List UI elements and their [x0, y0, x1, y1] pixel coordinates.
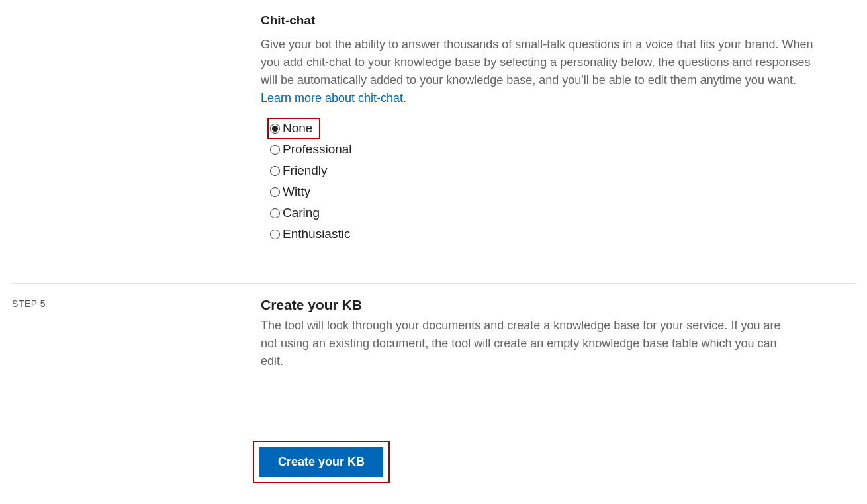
- radio-icon: [270, 166, 280, 176]
- radio-label: Caring: [283, 206, 320, 220]
- radio-icon: [270, 124, 280, 134]
- radio-professional[interactable]: Professional: [267, 139, 829, 160]
- chitchat-description: Give your bot the ability to answer thou…: [261, 36, 829, 107]
- radio-label: None: [283, 121, 312, 136]
- radio-icon: [270, 230, 280, 239]
- create-kb-button[interactable]: Create your KB: [259, 447, 383, 477]
- step-label-col: STEP 5: [12, 284, 261, 504]
- step-chitchat-section: Chit-chat Give your bot the ability to a…: [0, 0, 867, 271]
- radio-icon: [270, 208, 280, 218]
- radio-witty[interactable]: Witty: [267, 181, 829, 202]
- radio-icon: [270, 187, 280, 197]
- radio-friendly[interactable]: Friendly: [267, 160, 829, 181]
- learn-more-link[interactable]: Learn more about chit-chat.: [261, 91, 406, 105]
- step-label-col: [12, 0, 261, 271]
- radio-icon: [270, 145, 280, 155]
- step-content-col: Chit-chat Give your bot the ability to a…: [261, 0, 855, 271]
- step5-title: Create your KB: [261, 297, 829, 313]
- step-content-col: Create your KB The tool will look throug…: [261, 284, 855, 504]
- radio-caring[interactable]: Caring: [267, 202, 829, 224]
- step5-label: STEP 5: [12, 298, 261, 309]
- radio-none[interactable]: None: [267, 118, 320, 139]
- chitchat-title: Chit-chat: [261, 13, 829, 28]
- radio-label: Professional: [283, 142, 352, 157]
- step5-section: STEP 5 Create your KB The tool will look…: [0, 284, 867, 504]
- radio-label: Enthusiastic: [283, 227, 350, 241]
- radio-enthusiastic[interactable]: Enthusiastic: [267, 224, 829, 245]
- create-kb-highlight: Create your KB: [253, 441, 390, 483]
- radio-label: Friendly: [283, 163, 328, 178]
- step5-description: The tool will look through your document…: [261, 317, 784, 370]
- radio-label: Witty: [283, 185, 310, 199]
- chitchat-description-text: Give your bot the ability to answer thou…: [261, 38, 813, 87]
- personality-radio-group: None Professional Friendly Witty Caring: [267, 118, 829, 245]
